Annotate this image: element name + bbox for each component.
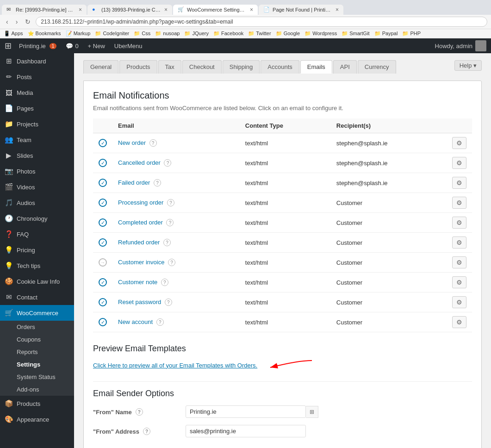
email-help-icon-7[interactable]: ? <box>161 279 168 286</box>
email-gear-button-0[interactable]: ⚙ <box>452 137 466 149</box>
email-gear-button-7[interactable]: ⚙ <box>452 276 466 288</box>
email-gear-button-2[interactable]: ⚙ <box>452 177 466 189</box>
tab-wc-settings[interactable]: 🛒 WooCommerce Settings ... × <box>173 5 258 15</box>
from-name-variable-btn[interactable]: ⊞ <box>306 406 318 418</box>
sidebar-item-posts[interactable]: ✏ Posts <box>0 69 74 85</box>
bookmarks-codeigniter[interactable]: 📁 CodeIgniter <box>95 31 129 37</box>
bookmarks-apps[interactable]: 📱 Apps <box>4 31 23 37</box>
submenu-system-status[interactable]: System Status <box>0 371 74 383</box>
wp-logo-icon[interactable]: ⊞ <box>5 41 12 51</box>
sidebar-item-team[interactable]: 👥 Team <box>0 132 74 148</box>
email-gear-button-6[interactable]: ⚙ <box>452 256 466 268</box>
sidebar-item-pricing[interactable]: 💡 Pricing <box>0 242 74 258</box>
sidebar-item-media[interactable]: 🖼 Media <box>0 85 74 100</box>
bookmarks-css[interactable]: 📁 Css <box>134 31 150 37</box>
from-address-help-icon[interactable]: ? <box>143 428 150 435</box>
bookmarks-nusoap[interactable]: 📁 nusoap <box>155 31 180 37</box>
bookmarks-paypal[interactable]: 📁 Paypal <box>374 31 398 37</box>
from-name-help-icon[interactable]: ? <box>136 408 143 416</box>
bookmarks-jquery[interactable]: 📁 JQuery <box>184 31 209 37</box>
tab-close-not-found[interactable]: × <box>336 6 339 13</box>
bookmarks-facebook[interactable]: 📁 Facebook <box>213 31 243 37</box>
email-help-icon-4[interactable]: ? <box>166 219 174 226</box>
adminbar-comments[interactable]: 💬 0 <box>62 38 82 53</box>
submenu-reports[interactable]: Reports <box>0 346 74 358</box>
sidebar-item-contact[interactable]: ✉ Contact <box>0 289 74 305</box>
tab-close-gmail[interactable]: × <box>79 6 82 13</box>
sidebar-item-tech-tips[interactable]: 💡 Tech tips <box>0 258 74 274</box>
tab-wc-con[interactable]: ● (13) 39993-Printing.ie Con... × <box>87 5 172 15</box>
email-help-icon-0[interactable]: ? <box>149 139 157 147</box>
tab-tax[interactable]: Tax <box>158 60 181 74</box>
tab-gmail[interactable]: ✉ Re: [39993-Printing.ie] Pag... × <box>2 5 87 15</box>
adminbar-site-name[interactable]: Printing.ie 1 <box>15 38 60 53</box>
sidebar-item-woocommerce[interactable]: 🛒 WooCommerce <box>0 305 74 321</box>
email-name-link-9[interactable]: New account <box>118 318 153 325</box>
submenu-orders[interactable]: Orders <box>0 321 74 333</box>
preview-link[interactable]: Click Here to preview all of your Email … <box>93 362 257 369</box>
email-help-icon-5[interactable]: ? <box>163 239 171 246</box>
email-gear-button-3[interactable]: ⚙ <box>452 197 466 209</box>
reload-button[interactable]: ↻ <box>23 17 33 26</box>
tab-close-wc-con[interactable]: × <box>164 6 168 13</box>
email-name-link-7[interactable]: Customer note <box>118 279 157 286</box>
bookmarks-php[interactable]: 📁 PHP <box>402 31 421 37</box>
tab-general[interactable]: General <box>83 60 118 74</box>
from-name-input[interactable] <box>186 405 306 418</box>
sidebar-item-videos[interactable]: 🎬 Videos <box>0 179 74 195</box>
address-bar[interactable] <box>36 17 487 27</box>
email-name-link-8[interactable]: Reset password <box>118 299 161 305</box>
bookmarks-wordpress[interactable]: 📁 Wordpress <box>305 31 337 37</box>
email-help-icon-3[interactable]: ? <box>167 199 174 206</box>
tab-close-wc-settings[interactable]: × <box>250 6 253 13</box>
email-gear-button-8[interactable]: ⚙ <box>452 296 466 308</box>
tab-products[interactable]: Products <box>119 60 157 74</box>
submenu-settings[interactable]: Settings <box>0 358 74 371</box>
tab-api[interactable]: API <box>333 60 357 74</box>
sidebar-item-cookie-law[interactable]: 🍪 Cookie Law Info <box>0 274 74 289</box>
sidebar-item-photos[interactable]: 📷 Photos <box>0 163 74 179</box>
sidebar-item-slides[interactable]: ▶ Slides <box>0 148 74 163</box>
email-name-link-3[interactable]: Processing order <box>118 199 163 206</box>
email-gear-button-5[interactable]: ⚙ <box>452 236 466 249</box>
tab-not-found[interactable]: 📄 Page Not Found | Printing... × <box>259 5 343 15</box>
sidebar-item-audios[interactable]: 🎵 Audios <box>0 195 74 211</box>
submenu-add-ons[interactable]: Add-ons <box>0 383 74 396</box>
bookmarks-smartgit[interactable]: 📁 SmartGit <box>342 31 369 37</box>
tab-checkout[interactable]: Checkout <box>182 60 222 74</box>
bookmarks-bookmarks[interactable]: ⭐ Bookmarks <box>28 31 61 37</box>
email-name-link-5[interactable]: Refunded order <box>118 239 160 246</box>
sidebar-item-pages[interactable]: 📄 Pages <box>0 100 74 116</box>
bookmarks-markup[interactable]: 📝 Markup <box>66 31 91 37</box>
adminbar-new[interactable]: + New <box>84 38 109 53</box>
email-help-icon-9[interactable]: ? <box>156 318 164 326</box>
email-name-link-4[interactable]: Completed order <box>118 219 163 226</box>
email-name-link-6[interactable]: Customer invoice <box>118 259 164 266</box>
sidebar-item-appearance[interactable]: 🎨 Appearance <box>0 411 74 427</box>
sidebar-item-products[interactable]: 📦 Products <box>0 396 74 411</box>
from-address-input[interactable] <box>186 425 306 437</box>
back-button[interactable]: ‹ <box>4 17 11 26</box>
submenu-coupons[interactable]: Coupons <box>0 333 74 346</box>
email-name-link-1[interactable]: Cancelled order <box>118 159 161 166</box>
email-name-link-2[interactable]: Failed order <box>118 179 150 186</box>
adminbar-ubermenu[interactable]: UberMenu <box>111 38 146 53</box>
email-gear-button-4[interactable]: ⚙ <box>452 217 466 229</box>
email-help-icon-1[interactable]: ? <box>164 159 171 167</box>
help-button[interactable]: Help ▾ <box>454 60 482 71</box>
sidebar-item-dashboard[interactable]: ⊞ Dashboard <box>0 53 74 69</box>
email-gear-button-9[interactable]: ⚙ <box>452 316 466 328</box>
email-name-link-0[interactable]: New order <box>118 139 146 146</box>
tab-shipping[interactable]: Shipping <box>223 60 260 74</box>
email-help-icon-2[interactable]: ? <box>154 179 161 187</box>
sidebar-item-chronology[interactable]: 🕐 Chronology <box>0 211 74 226</box>
bookmarks-google[interactable]: 📁 Google <box>276 31 300 37</box>
email-gear-button-1[interactable]: ⚙ <box>452 157 466 169</box>
bookmarks-twitter[interactable]: 📁 Twitter <box>248 31 271 37</box>
sidebar-item-faq[interactable]: ❓ FAQ <box>0 226 74 242</box>
email-help-icon-8[interactable]: ? <box>165 299 172 306</box>
forward-button[interactable]: › <box>13 17 20 26</box>
tab-accounts[interactable]: Accounts <box>261 60 299 74</box>
tab-emails[interactable]: Emails <box>300 60 332 74</box>
tab-currency[interactable]: Currency <box>358 60 396 74</box>
